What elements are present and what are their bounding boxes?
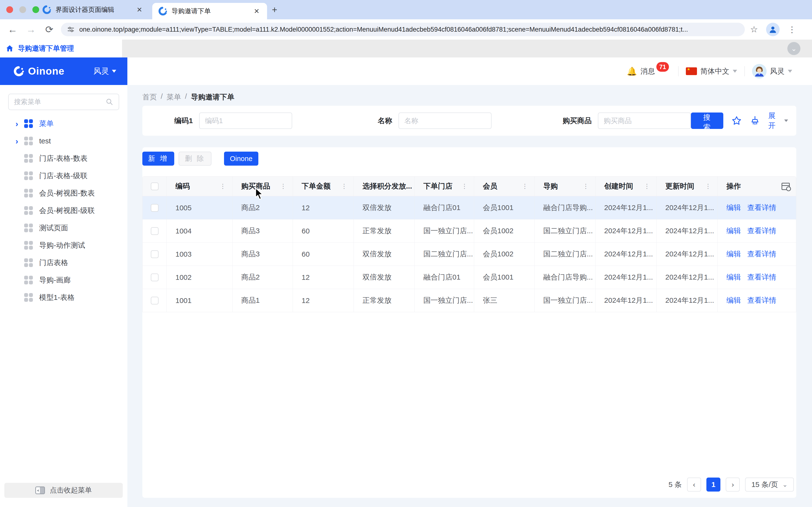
prev-page-button[interactable]: ‹	[687, 477, 701, 492]
filter-input-product[interactable]	[598, 113, 691, 129]
next-page-button[interactable]: ›	[726, 477, 740, 492]
sidebar-item[interactable]: ›test	[0, 132, 128, 150]
browser-menu-icon[interactable]: ⋮	[788, 24, 796, 34]
row-checkbox[interactable]	[151, 297, 158, 304]
view-detail-link[interactable]: 查看详情	[747, 295, 776, 305]
tab-list-chevron-icon[interactable]: ⌄	[788, 42, 800, 55]
row-checkbox[interactable]	[151, 250, 158, 258]
sidebar-item[interactable]: ›模型1-表格	[0, 289, 128, 306]
bookmark-star-icon[interactable]: ☆	[750, 24, 758, 35]
search-button[interactable]: 搜 索	[691, 113, 723, 129]
app-tab-active[interactable]: 导购邀请下单管理	[0, 40, 122, 57]
add-button[interactable]: 新 增	[142, 152, 174, 166]
user-menu[interactable]: 风灵	[745, 64, 800, 78]
page-size-select[interactable]: 15 条/页 ⌄	[745, 477, 794, 492]
browser-tab[interactable]: 界面设计器页面编辑 ✕	[36, 0, 150, 19]
clear-brush-icon[interactable]	[750, 115, 760, 126]
table-row[interactable]: 1002商品212双倍发放融合门店01会员1001融合门店导购...2024年1…	[143, 266, 796, 289]
table-cell: 会员1001	[474, 196, 535, 219]
sidebar-item[interactable]: ›测试页面	[0, 219, 128, 237]
view-detail-link[interactable]: 查看详情	[747, 203, 776, 213]
edit-link[interactable]: 编辑	[726, 249, 741, 259]
column-menu-icon[interactable]: ⋮	[461, 182, 468, 190]
breadcrumb-item[interactable]: 菜单	[166, 92, 181, 102]
sidebar-item[interactable]: ›会员-树视图-级联	[0, 202, 128, 219]
collapse-menu-button[interactable]: 点击收起菜单	[4, 483, 123, 498]
brand-logo[interactable]: Oinone	[13, 65, 94, 77]
table-header-cell[interactable]: 下单金额⋮	[293, 176, 354, 196]
menu-search-box[interactable]	[8, 94, 119, 110]
site-settings-icon[interactable]	[67, 25, 75, 34]
row-checkbox[interactable]	[151, 227, 158, 235]
table-row[interactable]: 1001商品112正常发放国一独立门店...张三国一独立门店...2024年12…	[143, 289, 796, 312]
back-icon[interactable]: ←	[7, 24, 18, 35]
table-header-cell[interactable]: 会员⋮	[474, 176, 535, 196]
edit-link[interactable]: 编辑	[726, 226, 741, 236]
table-row[interactable]: 1005商品212双倍发放融合门店01会员1001融合门店导购...2024年1…	[143, 196, 796, 219]
edit-link[interactable]: 编辑	[726, 295, 741, 305]
row-checkbox[interactable]	[151, 204, 158, 212]
table-header-cell[interactable]: 操作	[718, 176, 796, 196]
close-window-button[interactable]	[6, 6, 13, 13]
table-header-cell[interactable]: 选择积分发放...⋮	[354, 176, 415, 196]
tab-close-icon[interactable]: ✕	[135, 6, 144, 14]
table-header-cell[interactable]: 导购⋮	[535, 176, 596, 196]
filter-input-name[interactable]	[399, 113, 492, 129]
chevron-right-icon[interactable]: ›	[15, 119, 24, 128]
sidebar-item[interactable]: ›导购-画廊	[0, 271, 128, 289]
address-bar[interactable]: one.oinone.top/page;module=a111;viewType…	[61, 23, 745, 36]
sidebar-item[interactable]: ›门店-表格-级联	[0, 167, 128, 184]
sidebar-item[interactable]: ›门店表格	[0, 254, 128, 271]
column-menu-icon[interactable]: ⋮	[280, 182, 286, 190]
sidebar-item[interactable]: ›门店-表格-数表	[0, 150, 128, 167]
filter-label: 名称	[342, 116, 399, 126]
column-menu-icon[interactable]: ⋮	[220, 182, 226, 190]
page-number-button[interactable]: 1	[706, 477, 720, 492]
forward-icon[interactable]: →	[25, 24, 37, 35]
view-detail-link[interactable]: 查看详情	[747, 272, 776, 282]
column-settings-icon[interactable]	[781, 183, 790, 190]
table-cell: 双倍发放	[354, 266, 415, 289]
column-menu-icon[interactable]: ⋮	[644, 182, 650, 190]
table-header-cell[interactable]: 编码⋮	[167, 176, 233, 196]
minimize-window-button[interactable]	[19, 6, 26, 13]
table-header-cell[interactable]: 创建时间⋮	[596, 176, 657, 196]
delete-button[interactable]: 删 除	[179, 152, 211, 166]
column-menu-icon[interactable]: ⋮	[522, 182, 528, 190]
column-menu-icon[interactable]: ⋮	[582, 182, 589, 190]
window-controls[interactable]	[6, 6, 39, 13]
language-switcher[interactable]: 简体中文	[678, 66, 744, 76]
table-header-cell[interactable]: 下单门店⋮	[415, 176, 474, 196]
table-row[interactable]: 1003商品360双倍发放国二独立门店...会员1002国二独立门店...202…	[143, 243, 796, 266]
tab-close-icon[interactable]: ✕	[253, 7, 261, 15]
chevron-right-icon[interactable]: ›	[15, 136, 24, 146]
column-menu-icon[interactable]: ⋮	[412, 182, 415, 190]
edit-link[interactable]: 编辑	[726, 203, 741, 213]
table-row[interactable]: 1004商品360正常发放国一独立门店...会员1002国二独立门店...202…	[143, 219, 796, 243]
reload-icon[interactable]: ⟳	[44, 24, 55, 35]
row-checkbox[interactable]	[151, 274, 158, 281]
filter-input-code[interactable]	[199, 113, 292, 129]
view-detail-link[interactable]: 查看详情	[747, 226, 776, 236]
table-header-cell[interactable]: 更新时间⋮	[657, 176, 718, 196]
view-detail-link[interactable]: 查看详情	[747, 249, 776, 259]
messages-entry[interactable]: 🔔 消息 71	[620, 66, 678, 76]
edit-link[interactable]: 编辑	[726, 272, 741, 282]
column-menu-icon[interactable]: ⋮	[341, 182, 347, 190]
column-menu-icon[interactable]: ⋮	[705, 182, 711, 190]
browser-tab-active[interactable]: 导购邀请下单 ✕	[152, 3, 267, 19]
sidebar-item[interactable]: ›会员-树视图-数表	[0, 184, 128, 202]
select-all-checkbox[interactable]	[151, 182, 158, 190]
breadcrumb-item[interactable]: 首页	[142, 92, 157, 102]
browser-profile-icon[interactable]	[766, 23, 779, 36]
new-tab-button[interactable]: +	[272, 5, 277, 14]
table-cell: 1004	[167, 219, 233, 242]
favorite-star-icon[interactable]	[731, 115, 742, 126]
menu-search-input[interactable]	[14, 98, 106, 106]
expand-filters-button[interactable]: 展开	[768, 111, 788, 131]
sidebar-item[interactable]: ›导购-动作测试	[0, 237, 128, 254]
sidebar-item[interactable]: ›菜单	[0, 115, 128, 132]
breadcrumb-separator: /	[185, 92, 187, 102]
oinone-action-button[interactable]: Oinone	[224, 152, 258, 166]
workspace-switcher[interactable]: 风灵	[94, 66, 116, 76]
